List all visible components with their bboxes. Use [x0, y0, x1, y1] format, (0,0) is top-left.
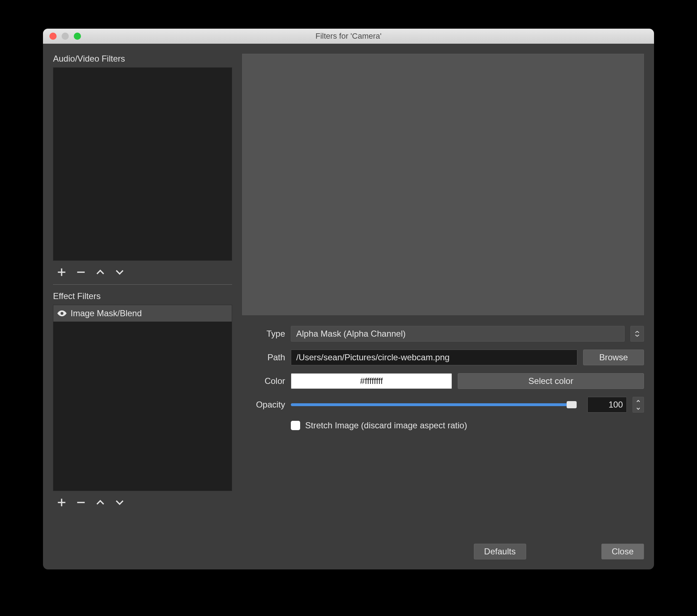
- stretch-row: Stretch Image (discard image aspect rati…: [291, 420, 644, 430]
- minus-icon: [76, 267, 86, 277]
- chevron-up-icon: [95, 497, 105, 507]
- chevron-down-icon: [635, 334, 640, 337]
- filters-window: Filters for 'Camera' Audio/Video Filters: [43, 29, 654, 569]
- section-divider: [53, 284, 232, 285]
- av-filters-label: Audio/Video Filters: [53, 54, 232, 64]
- plus-icon: [57, 497, 67, 507]
- chevron-down-icon: [115, 497, 125, 507]
- path-row: Path Browse: [242, 350, 644, 365]
- content-area: Audio/Video Filters Effect Filters: [43, 44, 654, 569]
- chevron-up-icon: [636, 400, 640, 403]
- type-select-value: Alpha Mask (Alpha Channel): [296, 329, 406, 339]
- left-column: Audio/Video Filters Effect Filters: [53, 54, 232, 559]
- remove-av-filter-button[interactable]: [74, 266, 87, 279]
- window-title: Filters for 'Camera': [43, 32, 654, 41]
- add-effect-filter-button[interactable]: [55, 496, 68, 509]
- opacity-slider-thumb[interactable]: [567, 401, 577, 408]
- preview-area: [242, 54, 644, 315]
- av-filters-list[interactable]: [53, 67, 232, 261]
- av-filters-toolbar: [53, 261, 232, 284]
- opacity-label: Opacity: [242, 400, 285, 410]
- remove-effect-filter-button[interactable]: [74, 496, 87, 509]
- move-effect-filter-up-button[interactable]: [94, 496, 107, 509]
- effect-filter-item-label: Image Mask/Blend: [71, 308, 142, 318]
- opacity-stepper[interactable]: [633, 397, 644, 413]
- right-column: Type Alpha Mask (Alpha Channel) Path Bro…: [242, 54, 644, 559]
- close-button[interactable]: Close: [601, 544, 644, 559]
- plus-icon: [57, 267, 67, 277]
- move-effect-filter-down-button[interactable]: [113, 496, 126, 509]
- color-label: Color: [242, 376, 285, 386]
- effect-filters-list[interactable]: Image Mask/Blend: [53, 305, 232, 491]
- chevron-up-icon: [95, 267, 105, 277]
- defaults-button[interactable]: Defaults: [474, 544, 526, 559]
- chevron-up-icon: [635, 331, 640, 333]
- opacity-row: Opacity 100: [242, 397, 644, 413]
- type-select[interactable]: Alpha Mask (Alpha Channel): [291, 326, 625, 342]
- effect-filter-item[interactable]: Image Mask/Blend: [53, 305, 232, 322]
- type-label: Type: [242, 329, 285, 339]
- select-color-button[interactable]: Select color: [458, 373, 644, 389]
- type-row: Type Alpha Mask (Alpha Channel): [242, 326, 644, 342]
- type-select-stepper[interactable]: [630, 326, 644, 342]
- opacity-slider[interactable]: [291, 403, 576, 406]
- stretch-label: Stretch Image (discard image aspect rati…: [305, 420, 467, 430]
- opacity-slider-wrap: [291, 403, 576, 406]
- color-row: Color #ffffffff Select color: [242, 373, 644, 389]
- stretch-checkbox[interactable]: [291, 421, 300, 430]
- dialog-buttons: Defaults Close: [242, 533, 644, 559]
- filter-settings-form: Type Alpha Mask (Alpha Channel) Path Bro…: [242, 326, 644, 430]
- eye-icon[interactable]: [57, 310, 67, 317]
- effect-filters-label: Effect Filters: [53, 291, 232, 301]
- move-av-filter-up-button[interactable]: [94, 266, 107, 279]
- opacity-slider-fill: [291, 403, 576, 406]
- titlebar: Filters for 'Camera': [43, 29, 654, 44]
- move-av-filter-down-button[interactable]: [113, 266, 126, 279]
- chevron-down-icon: [636, 407, 640, 410]
- effect-filters-toolbar: [53, 491, 232, 514]
- browse-button[interactable]: Browse: [583, 350, 644, 365]
- opacity-step-down[interactable]: [633, 405, 644, 412]
- minus-icon: [76, 497, 86, 507]
- opacity-step-up[interactable]: [633, 397, 644, 405]
- opacity-value[interactable]: 100: [587, 397, 627, 413]
- color-swatch[interactable]: #ffffffff: [291, 373, 452, 389]
- svg-point-3: [61, 312, 63, 315]
- chevron-down-icon: [115, 267, 125, 277]
- add-av-filter-button[interactable]: [55, 266, 68, 279]
- path-input[interactable]: [291, 350, 577, 365]
- path-label: Path: [242, 352, 285, 362]
